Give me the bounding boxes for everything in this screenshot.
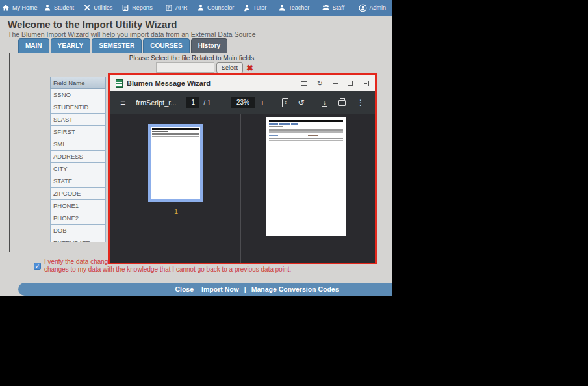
tab-history[interactable]: History: [191, 38, 227, 53]
nav-label: Counselor: [207, 5, 234, 11]
page-subtitle: The Blumen Import Wizard will help you i…: [8, 31, 256, 38]
maximize-icon[interactable]: [348, 79, 353, 87]
field-row-city[interactable]: CITY: [50, 163, 106, 175]
report-column-headers: [269, 135, 343, 136]
field-row-studentid[interactable]: STUDENTID: [50, 101, 106, 114]
tab-semester[interactable]: SEMESTER: [92, 38, 142, 53]
pdf-filename: frmScript_r...: [136, 99, 186, 107]
menu-icon[interactable]: ≡: [120, 97, 125, 108]
person-icon: [278, 4, 286, 12]
float-window-icon[interactable]: [301, 79, 307, 87]
dialog-title: Blumen Message Wizard: [127, 79, 211, 87]
nav-item-counselor[interactable]: Counselor: [196, 0, 235, 16]
close-button[interactable]: Close: [175, 285, 194, 293]
report-title-bar: [269, 120, 343, 122]
nav-item-apr[interactable]: APR: [157, 0, 196, 16]
person-icon: [197, 4, 205, 12]
verify-warning-line2: changes to my data with the knowledge th…: [44, 266, 291, 273]
nav-label: Admin: [370, 5, 387, 11]
file-path-input[interactable]: [156, 62, 214, 73]
minimize-icon[interactable]: [333, 79, 338, 87]
field-row-phone1[interactable]: PHONE1: [50, 200, 106, 212]
nav-label: My Home: [12, 5, 38, 11]
page-title: Welcome to the Import Utility Wizard: [8, 19, 177, 30]
report-icon: [165, 4, 173, 12]
report-rule: [269, 138, 343, 139]
page-number-input[interactable]: 1: [186, 97, 199, 108]
nav-item-teacher[interactable]: Teacher: [274, 0, 313, 16]
nav-label: Utilities: [94, 5, 112, 11]
nav-item-utilities[interactable]: Utilities: [79, 0, 118, 16]
import-now-button[interactable]: Import Now: [201, 285, 239, 293]
wrench-icon: [83, 4, 91, 12]
field-row-sfirst[interactable]: SFIRST: [50, 126, 106, 138]
select-file-button[interactable]: Select: [216, 62, 243, 73]
footer-separator: |: [244, 285, 246, 293]
tab-courses[interactable]: COURSES: [143, 38, 189, 53]
nav-item-admin[interactable]: Admin: [353, 0, 392, 16]
report-rule: [269, 140, 343, 141]
clear-file-icon[interactable]: ✖: [246, 63, 253, 73]
clipboard-icon: [121, 4, 129, 12]
dialog-titlebar[interactable]: Blumen Message Wizard: [110, 75, 375, 91]
page-thumbnail-selected[interactable]: [148, 124, 203, 202]
toolbar-divider: [275, 97, 275, 109]
nav-label: Reports: [132, 5, 153, 11]
close-icon[interactable]: [363, 79, 369, 87]
nav-item-student[interactable]: Student: [39, 0, 78, 16]
document-page-preview[interactable]: [266, 117, 346, 236]
document-icon: [116, 79, 123, 88]
home-icon: [2, 4, 10, 12]
nav-item-my-home[interactable]: My Home: [0, 0, 39, 16]
person-icon: [243, 4, 251, 12]
tab-yearly[interactable]: YEARLY: [51, 38, 91, 53]
nav-label: APR: [175, 5, 188, 11]
nav-item-staff[interactable]: Staff: [313, 0, 352, 16]
field-mapping-table: Field Name SSNO STUDENTID SLAST SFIRST S…: [50, 77, 106, 242]
zoom-out-button[interactable]: −: [217, 98, 230, 108]
people-icon: [322, 4, 330, 12]
field-row-phone2[interactable]: PHONE2: [50, 212, 106, 225]
thumbnail-page-number: 1: [172, 207, 180, 215]
field-row-state[interactable]: STATE: [50, 175, 106, 188]
field-row-ssno[interactable]: SSNO: [50, 89, 106, 101]
field-row-smi[interactable]: SMI: [50, 138, 106, 151]
top-nav: My Home Student Utilities Reports APR Co…: [0, 0, 392, 16]
person-circle-icon: [359, 4, 367, 12]
download-icon[interactable]: [322, 99, 327, 107]
nav-label: Student: [54, 5, 74, 11]
manage-conversion-codes-button[interactable]: Manage Conversion Codes: [251, 285, 339, 293]
nav-item-tutor[interactable]: Tutor: [235, 0, 274, 16]
fit-page-icon[interactable]: [282, 98, 288, 107]
report-rule: [269, 129, 343, 131]
panel-border-left: [9, 53, 10, 252]
field-row-dob[interactable]: DOB: [50, 225, 106, 237]
report-rule: [269, 131, 343, 133]
app-window: My Home Student Utilities Reports APR Co…: [0, 0, 392, 296]
zoom-level-input[interactable]: 23%: [231, 97, 255, 108]
pane-divider: [240, 114, 241, 263]
print-icon[interactable]: [338, 100, 346, 106]
field-row-entrydate[interactable]: ENTRYDATE: [50, 237, 106, 242]
more-options-icon[interactable]: [357, 98, 364, 107]
rotate-icon[interactable]: [298, 98, 304, 107]
report-heading-text: [269, 123, 343, 125]
nav-label: Teacher: [288, 5, 309, 11]
thumbnail-page-preview: [151, 127, 200, 199]
field-row-slast[interactable]: SLAST: [50, 114, 106, 126]
pdf-viewer-toolbar: ≡ frmScript_r... 1 / 1 − 23% +: [110, 91, 375, 114]
file-select-prompt: Please Select the file Related to Main f…: [0, 55, 383, 62]
window-controls: [301, 79, 369, 87]
zoom-in-button[interactable]: +: [256, 98, 269, 108]
footer-action-bar: Close Import Now | Manage Conversion Cod…: [18, 283, 392, 296]
page-total-label: / 1: [203, 99, 211, 107]
field-row-zipcode[interactable]: ZIPCODE: [50, 188, 106, 200]
nav-label: Staff: [333, 5, 344, 11]
field-row-address[interactable]: ADDRESS: [50, 151, 106, 163]
refresh-icon[interactable]: [317, 79, 323, 87]
report-subtext: [269, 126, 283, 127]
verify-checkbox[interactable]: [34, 263, 41, 270]
tab-main[interactable]: MAIN: [18, 38, 49, 53]
tab-bar: MAIN YEARLY SEMESTER COURSES History: [18, 38, 227, 53]
nav-item-reports[interactable]: Reports: [118, 0, 157, 16]
